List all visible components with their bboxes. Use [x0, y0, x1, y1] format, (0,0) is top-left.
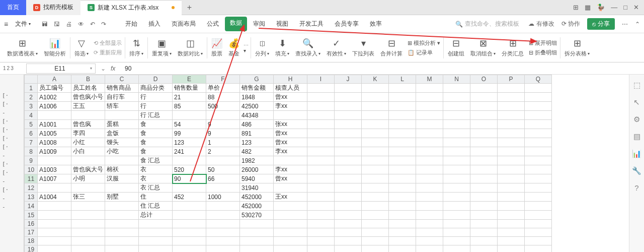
cell[interactable]: [498, 211, 525, 220]
cell[interactable]: [443, 183, 470, 193]
cell[interactable]: [389, 211, 416, 220]
cell[interactable]: 曾也疯大号: [71, 165, 105, 174]
cell[interactable]: [362, 93, 389, 102]
cell[interactable]: [307, 84, 335, 93]
row-header[interactable]: 17: [25, 228, 38, 237]
cell[interactable]: 销售金额: [240, 84, 274, 93]
cell[interactable]: 盒饭: [105, 129, 139, 138]
cell[interactable]: 核查人员: [274, 84, 307, 93]
cell[interactable]: [470, 228, 498, 237]
cell[interactable]: 99: [173, 129, 206, 138]
row-header[interactable]: 14: [25, 202, 38, 211]
cell[interactable]: 小明: [71, 174, 105, 183]
cell[interactable]: 销售商品: [105, 84, 139, 93]
cell[interactable]: 26000: [240, 165, 274, 174]
cell[interactable]: [498, 111, 525, 120]
cell[interactable]: [240, 237, 274, 245]
cell[interactable]: 李xx: [274, 165, 307, 174]
outline-toggle[interactable]: [·: [2, 101, 9, 107]
fx-icon[interactable]: fx: [111, 65, 123, 72]
cell[interactable]: A1002: [38, 93, 71, 102]
cell[interactable]: [443, 120, 470, 129]
cell[interactable]: [498, 202, 525, 211]
cell[interactable]: [525, 220, 552, 228]
cell[interactable]: [173, 220, 206, 228]
cell[interactable]: 曾也疯: [71, 120, 105, 129]
cell[interactable]: [206, 211, 240, 220]
row-header[interactable]: 4: [25, 111, 38, 120]
cell[interactable]: [105, 202, 139, 211]
cell[interactable]: [443, 111, 470, 120]
cell[interactable]: 21: [173, 93, 206, 102]
row-header[interactable]: 19: [25, 245, 38, 253]
fx-dropdown-icon[interactable]: ⌄: [96, 65, 111, 72]
outline-toggle[interactable]: [·: [2, 135, 9, 142]
cell[interactable]: [498, 174, 525, 183]
cell[interactable]: [139, 220, 173, 228]
cell[interactable]: [443, 93, 470, 102]
cell[interactable]: 行: [139, 102, 173, 111]
cell[interactable]: [416, 228, 443, 237]
cell[interactable]: 张xx: [274, 120, 307, 129]
cell[interactable]: [105, 111, 139, 120]
cell[interactable]: [443, 102, 470, 111]
table-row[interactable]: 19: [25, 245, 552, 253]
cell[interactable]: [498, 245, 525, 253]
cell[interactable]: [525, 174, 552, 183]
cell[interactable]: 486: [240, 120, 274, 129]
col-header-A[interactable]: A: [38, 75, 71, 84]
cell[interactable]: [362, 147, 389, 156]
cell[interactable]: [389, 147, 416, 156]
cell[interactable]: [416, 237, 443, 245]
cell[interactable]: [71, 183, 105, 193]
outline-toggle[interactable]: [·: [2, 127, 9, 133]
cell[interactable]: [206, 228, 240, 237]
cell[interactable]: [307, 193, 335, 202]
cell[interactable]: [416, 220, 443, 228]
cell[interactable]: [389, 165, 416, 174]
cell[interactable]: [240, 220, 274, 228]
cell[interactable]: [335, 193, 362, 202]
row-header[interactable]: 15: [25, 211, 38, 220]
cell[interactable]: [362, 129, 389, 138]
cell[interactable]: [443, 156, 470, 165]
cell[interactable]: [206, 220, 240, 228]
cell[interactable]: [498, 156, 525, 165]
cell[interactable]: [470, 220, 498, 228]
rail-tools-icon[interactable]: 🔧: [632, 166, 641, 175]
cell[interactable]: [416, 183, 443, 193]
cell[interactable]: [470, 138, 498, 147]
ribbon-tab-6[interactable]: 视图: [271, 17, 293, 31]
cell[interactable]: [525, 111, 552, 120]
cell[interactable]: [307, 202, 335, 211]
find-entry-button[interactable]: 🔍查找录入▾: [292, 34, 324, 61]
cell[interactable]: [274, 228, 307, 237]
outline-toggle[interactable]: [·: [2, 161, 9, 167]
cell[interactable]: 馒头: [105, 138, 139, 147]
cell[interactable]: 食: [139, 138, 173, 147]
cell[interactable]: [335, 183, 362, 193]
collapse-detail-button[interactable]: ⊟ 折叠明细: [529, 49, 557, 56]
cell[interactable]: [416, 147, 443, 156]
cell[interactable]: [525, 237, 552, 245]
cell[interactable]: 总计: [139, 211, 173, 220]
share-button[interactable]: ⎋ 分享: [587, 18, 615, 30]
ribbon-tab-3[interactable]: 公式: [202, 17, 224, 31]
table-row[interactable]: 15总计530270: [25, 211, 552, 220]
cell[interactable]: [139, 228, 173, 237]
cell[interactable]: [416, 193, 443, 202]
cell[interactable]: 1848: [240, 93, 274, 102]
cell[interactable]: [470, 111, 498, 120]
cell[interactable]: [362, 156, 389, 165]
cell[interactable]: [71, 156, 105, 165]
cell[interactable]: A1004: [38, 193, 71, 202]
cell[interactable]: [335, 129, 362, 138]
cell[interactable]: [38, 228, 71, 237]
table-row[interactable]: 5A1001曾也疯蛋糕食549486张xx: [25, 120, 552, 129]
cell[interactable]: 衣 汇总: [139, 183, 173, 193]
cell[interactable]: 食: [139, 120, 173, 129]
cell[interactable]: [389, 237, 416, 245]
cell[interactable]: [335, 102, 362, 111]
cell[interactable]: 66: [206, 174, 240, 183]
expand-detail-button[interactable]: ⊞ 展开明细: [529, 39, 557, 47]
